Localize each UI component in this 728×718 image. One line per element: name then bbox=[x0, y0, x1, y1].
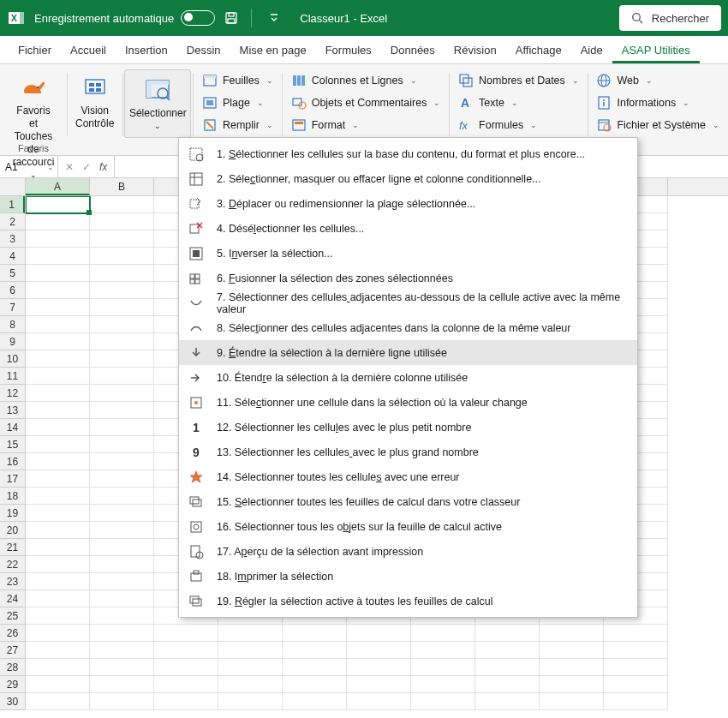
row-header[interactable]: 4 bbox=[0, 248, 25, 265]
cell[interactable] bbox=[604, 676, 668, 693]
dropdown-item-2[interactable]: 2. Sélectionner, masquer ou effacer lign… bbox=[179, 166, 637, 191]
ribbon-informations[interactable]: Informations⌄ bbox=[591, 93, 725, 112]
ribbon-plage[interactable]: Plage⌄ bbox=[197, 93, 278, 112]
dropdown-item-7[interactable]: 7. Sélectionner des cellules adjacentes … bbox=[179, 290, 637, 315]
row-header[interactable]: 26 bbox=[0, 625, 25, 642]
menu-item-accueil[interactable]: Accueil bbox=[61, 38, 116, 63]
cell[interactable] bbox=[90, 282, 154, 299]
cell[interactable] bbox=[26, 676, 90, 693]
cell[interactable] bbox=[347, 693, 411, 710]
row-header[interactable]: 8 bbox=[0, 316, 25, 333]
cell[interactable] bbox=[347, 642, 411, 659]
ribbon-nombres-et-dates[interactable]: Nombres et Dates⌄ bbox=[453, 71, 584, 90]
cell[interactable] bbox=[90, 642, 154, 659]
ribbon-feuilles[interactable]: Feuilles⌄ bbox=[197, 71, 278, 90]
cell[interactable] bbox=[26, 419, 90, 436]
cell[interactable] bbox=[26, 248, 90, 265]
dropdown-item-6[interactable]: 6. Fusionner la sélection des zones séle… bbox=[179, 266, 637, 290]
row-header[interactable]: 16 bbox=[0, 453, 25, 470]
cell[interactable] bbox=[26, 316, 90, 333]
cell[interactable] bbox=[90, 488, 154, 505]
cell[interactable] bbox=[26, 556, 90, 573]
ribbon-web[interactable]: Web⌄ bbox=[591, 71, 725, 90]
row-header[interactable]: 22 bbox=[0, 556, 25, 573]
row-header[interactable]: 14 bbox=[0, 419, 25, 436]
cell[interactable] bbox=[90, 419, 154, 436]
save-icon[interactable] bbox=[224, 10, 239, 26]
cell[interactable] bbox=[90, 350, 154, 368]
cell[interactable] bbox=[26, 265, 90, 282]
cell[interactable] bbox=[26, 488, 90, 505]
ribbon-remplir[interactable]: Remplir⌄ bbox=[197, 116, 278, 135]
cell[interactable] bbox=[26, 230, 90, 248]
row-header[interactable]: 20 bbox=[0, 522, 25, 539]
cell[interactable] bbox=[90, 385, 154, 402]
cell[interactable] bbox=[90, 505, 154, 522]
row-header[interactable]: 29 bbox=[0, 676, 25, 693]
name-box[interactable]: A1 ⌄ bbox=[0, 156, 58, 177]
cell[interactable] bbox=[540, 676, 604, 693]
cell[interactable] bbox=[26, 333, 90, 350]
cell[interactable] bbox=[90, 248, 154, 265]
dropdown-item-1[interactable]: 1. Sélectionner les cellules sur la base… bbox=[179, 141, 637, 166]
cell[interactable] bbox=[154, 676, 218, 693]
dropdown-item-18[interactable]: 18. Imprimer la sélection bbox=[179, 564, 637, 589]
cell[interactable] bbox=[90, 693, 154, 710]
qat-customize-icon[interactable] bbox=[269, 12, 279, 25]
cell[interactable] bbox=[347, 659, 411, 676]
cell[interactable] bbox=[90, 590, 154, 607]
menu-item-données[interactable]: Données bbox=[381, 38, 445, 63]
cell[interactable] bbox=[283, 642, 347, 659]
toggle-switch-icon[interactable] bbox=[181, 10, 215, 26]
cell[interactable] bbox=[218, 625, 283, 642]
row-header[interactable]: 9 bbox=[0, 333, 25, 350]
cell[interactable] bbox=[90, 436, 154, 453]
cell[interactable] bbox=[26, 522, 90, 539]
row-header[interactable]: 13 bbox=[0, 402, 25, 419]
row-header[interactable]: 15 bbox=[0, 436, 25, 453]
row-header[interactable]: 28 bbox=[0, 659, 25, 676]
cell[interactable] bbox=[283, 693, 347, 710]
fx-icon[interactable]: fx bbox=[99, 161, 107, 173]
search-box[interactable]: Rechercher bbox=[619, 5, 721, 31]
row-header[interactable]: 21 bbox=[0, 539, 25, 556]
row-header[interactable]: 17 bbox=[0, 470, 25, 488]
cell[interactable] bbox=[90, 556, 154, 573]
cell[interactable] bbox=[604, 693, 668, 710]
cell[interactable] bbox=[475, 659, 540, 676]
cell[interactable] bbox=[218, 642, 283, 659]
row-header[interactable]: 23 bbox=[0, 573, 25, 590]
cell[interactable] bbox=[26, 505, 90, 522]
chevron-down-icon[interactable]: ⌄ bbox=[47, 163, 54, 171]
row-header[interactable]: 10 bbox=[0, 350, 25, 368]
cell[interactable] bbox=[540, 659, 604, 676]
cell[interactable] bbox=[411, 693, 475, 710]
dropdown-item-3[interactable]: 3. Déplacer ou redimensionner la plage s… bbox=[179, 191, 637, 216]
cell[interactable] bbox=[90, 573, 154, 590]
cell[interactable] bbox=[26, 196, 90, 213]
cell[interactable] bbox=[90, 607, 154, 625]
cell[interactable] bbox=[475, 642, 540, 659]
cell[interactable] bbox=[90, 196, 154, 213]
row-header[interactable]: 12 bbox=[0, 385, 25, 402]
menu-item-dessin[interactable]: Dessin bbox=[177, 38, 230, 63]
dropdown-item-17[interactable]: 17. Aperçu de la sélection avant impress… bbox=[179, 539, 637, 564]
cell[interactable] bbox=[26, 453, 90, 470]
cell[interactable] bbox=[154, 642, 218, 659]
dropdown-item-9[interactable]: 9. Étendre la sélection à la dernière li… bbox=[179, 340, 637, 365]
cell[interactable] bbox=[90, 659, 154, 676]
cell[interactable] bbox=[90, 299, 154, 316]
ribbon-fichier-et-système[interactable]: Fichier et Système⌄ bbox=[591, 116, 725, 135]
cell[interactable] bbox=[26, 642, 90, 659]
cell[interactable] bbox=[90, 453, 154, 470]
menu-item-formules[interactable]: Formules bbox=[316, 38, 381, 63]
cell[interactable] bbox=[347, 676, 411, 693]
cell[interactable] bbox=[218, 693, 283, 710]
cell[interactable] bbox=[90, 368, 154, 385]
menu-item-insertion[interactable]: Insertion bbox=[116, 38, 177, 63]
row-header[interactable]: 24 bbox=[0, 590, 25, 607]
menu-item-fichier[interactable]: Fichier bbox=[9, 38, 61, 63]
ribbon-colonnes-et-lignes[interactable]: Colonnes et Lignes⌄ bbox=[286, 71, 446, 90]
cell[interactable] bbox=[154, 659, 218, 676]
row-header[interactable]: 27 bbox=[0, 642, 25, 659]
